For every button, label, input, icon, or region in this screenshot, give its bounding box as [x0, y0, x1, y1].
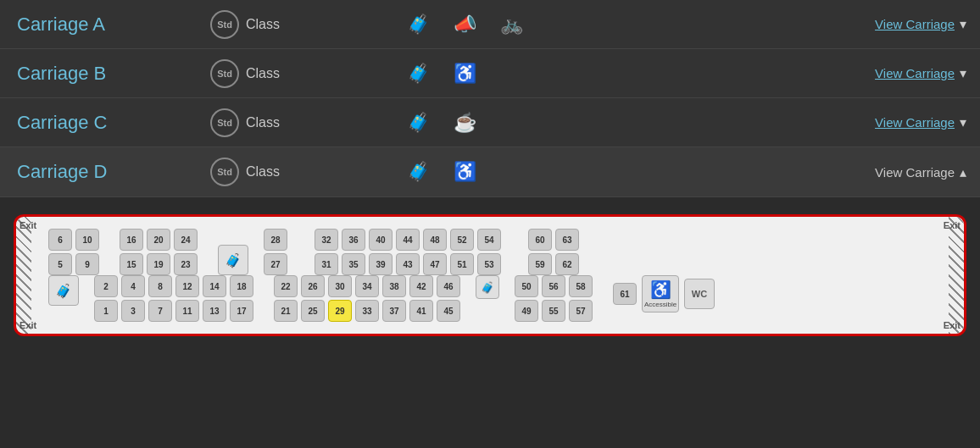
accessible-text: Accessible: [644, 301, 677, 308]
seat-44[interactable]: 44: [396, 229, 420, 251]
seat-16[interactable]: 16: [120, 229, 143, 251]
seat-pair-4-3: 4 3: [121, 275, 145, 322]
seat-41[interactable]: 41: [409, 300, 433, 322]
seat-18[interactable]: 18: [230, 275, 253, 297]
seat-63[interactable]: 63: [555, 229, 579, 251]
seat-pair-24-23: 24 23: [174, 229, 198, 275]
seat-51[interactable]: 51: [450, 253, 474, 275]
seat-61[interactable]: 61: [613, 283, 637, 305]
seat-62[interactable]: 62: [555, 253, 579, 275]
seat-pair-61: 61: [613, 283, 637, 305]
seat-14[interactable]: 14: [203, 275, 226, 297]
seat-13[interactable]: 13: [203, 300, 226, 322]
seat-19[interactable]: 19: [147, 253, 170, 275]
seat-pair-46-45: 46 45: [437, 275, 460, 322]
seat-pair-48-47: 48 47: [423, 229, 447, 275]
seat-32[interactable]: 32: [315, 229, 338, 251]
seat-35[interactable]: 35: [342, 253, 365, 275]
seat-20[interactable]: 20: [147, 229, 170, 251]
carriage-c-icons: 🧳 ☕: [398, 112, 768, 134]
seat-11[interactable]: 11: [175, 300, 199, 322]
seat-28[interactable]: 28: [264, 229, 287, 251]
seat-52[interactable]: 52: [450, 229, 474, 251]
seat-map-container: Exit Exit Exit Exit 6 5 10 9 16 15 20 19: [14, 214, 966, 336]
seat-12[interactable]: 12: [175, 275, 199, 297]
seat-group-4: 32 31 36 35 40 39 44 43 48 47 52 51: [315, 229, 501, 275]
seat-59[interactable]: 59: [528, 253, 552, 275]
seat-pair-42-41: 42 41: [409, 275, 433, 322]
seat-group-b4: 61 ♿ Accessible WC: [613, 275, 715, 312]
seat-45[interactable]: 45: [437, 300, 460, 322]
seat-pair-52-51: 52 51: [450, 229, 474, 275]
seat-1[interactable]: 1: [94, 300, 118, 322]
seat-42[interactable]: 42: [409, 275, 433, 297]
seat-22[interactable]: 22: [274, 275, 298, 297]
seat-4[interactable]: 4: [121, 275, 145, 297]
seat-31[interactable]: 31: [315, 253, 338, 275]
seat-27[interactable]: 27: [264, 253, 287, 275]
seat-26[interactable]: 26: [301, 275, 325, 297]
chevron-c[interactable]: ▾: [960, 114, 966, 130]
seat-2[interactable]: 2: [94, 275, 118, 297]
seat-top-row: 6 5 10 9 16 15 20 19 24 23: [28, 225, 952, 275]
seat-34[interactable]: 34: [355, 275, 379, 297]
seat-39[interactable]: 39: [369, 253, 393, 275]
seat-9[interactable]: 9: [75, 253, 99, 275]
seat-33[interactable]: 33: [355, 300, 379, 322]
carriage-row-a: Carriage A Std Class 🧳 📣 🚲 View Carriage…: [0, 0, 980, 49]
seat-pair-28-27: 28 27: [264, 229, 287, 275]
seat-60[interactable]: 60: [528, 229, 552, 251]
class-label-d: Class: [246, 164, 280, 180]
chevron-b[interactable]: ▾: [960, 65, 966, 81]
luggage-map-icon-bottom: 🧳: [48, 275, 79, 306]
seat-24[interactable]: 24: [174, 229, 198, 251]
seat-group-b1: 2 1 4 3 8 7 12 11 14 13 18 17: [94, 275, 253, 322]
seat-pair-63-62: 63 62: [555, 229, 579, 275]
seat-37[interactable]: 37: [382, 300, 406, 322]
seat-21[interactable]: 21: [274, 300, 298, 322]
seat-55[interactable]: 55: [542, 300, 565, 322]
carriage-c-action: View Carriage ▾: [768, 114, 980, 130]
chevron-d[interactable]: ▴: [960, 164, 966, 180]
view-carriage-a-link[interactable]: View Carriage: [875, 17, 955, 31]
view-carriage-d-link[interactable]: View Carriage: [875, 165, 955, 180]
seat-25[interactable]: 25: [301, 300, 325, 322]
seat-43[interactable]: 43: [396, 253, 420, 275]
seat-56[interactable]: 56: [542, 275, 565, 297]
seat-8[interactable]: 8: [148, 275, 172, 297]
view-carriage-b-link[interactable]: View Carriage: [875, 66, 955, 80]
view-carriage-c-link[interactable]: View Carriage: [875, 115, 955, 130]
seat-49[interactable]: 49: [515, 300, 538, 322]
seat-group-b2: 22 21 26 25 30 29 34 33 38 37 42 41: [274, 275, 460, 322]
seat-54[interactable]: 54: [477, 229, 501, 251]
seat-48[interactable]: 48: [423, 229, 447, 251]
std-badge-a: Std: [210, 10, 239, 39]
luggage-icon-b: 🧳: [407, 63, 430, 85]
seat-38[interactable]: 38: [382, 275, 406, 297]
seat-47[interactable]: 47: [423, 253, 447, 275]
seat-50[interactable]: 50: [515, 275, 538, 297]
luggage-icon: 🧳: [407, 14, 430, 36]
seat-46[interactable]: 46: [437, 275, 460, 297]
seat-58[interactable]: 58: [569, 275, 593, 297]
seat-5[interactable]: 5: [48, 253, 72, 275]
seat-15[interactable]: 15: [120, 253, 143, 275]
seat-3[interactable]: 3: [121, 300, 145, 322]
seat-57[interactable]: 57: [569, 300, 593, 322]
seat-23[interactable]: 23: [174, 253, 198, 275]
exit-bottom-left: Exit: [19, 320, 36, 330]
seat-30[interactable]: 30: [328, 275, 352, 297]
seat-17[interactable]: 17: [230, 300, 253, 322]
carriage-row-c: Carriage C Std Class 🧳 ☕ View Carriage ▾: [0, 98, 980, 147]
accessible-icon-b: ♿: [454, 63, 476, 85]
seat-7[interactable]: 7: [148, 300, 172, 322]
seat-40[interactable]: 40: [369, 229, 393, 251]
seat-10[interactable]: 10: [75, 229, 99, 251]
seat-36[interactable]: 36: [342, 229, 365, 251]
seat-29[interactable]: 29: [328, 300, 352, 322]
chevron-a[interactable]: ▾: [960, 16, 966, 32]
seat-53[interactable]: 53: [477, 253, 501, 275]
luggage-map-icon-bottom2: 🧳: [476, 275, 499, 299]
seat-6[interactable]: 6: [48, 229, 72, 251]
seat-pair-20-19: 20 19: [147, 229, 170, 275]
